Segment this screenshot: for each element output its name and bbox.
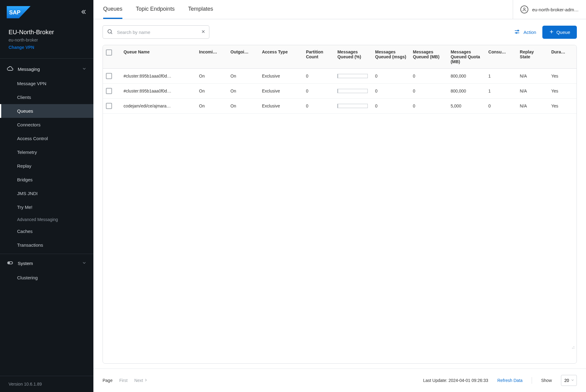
nav-system-label: System (18, 261, 33, 266)
col-messages-queued-pct[interactable]: Messages Queued (%) (334, 45, 372, 69)
tab-queues[interactable]: Queues (103, 0, 122, 19)
footer-right: Last Update: 2024-04-01 09:26:33 Refresh… (423, 375, 577, 386)
cell-outgoing: On (227, 84, 259, 99)
page-first[interactable]: First (119, 378, 128, 383)
table-row[interactable]: codejam/edi/ce/ajmara… On On Exclusive 0… (103, 99, 577, 114)
row-checkbox[interactable] (106, 88, 112, 94)
cell-replay-state: N/A (517, 99, 548, 114)
row-checkbox[interactable] (106, 73, 112, 79)
col-replay-state[interactable]: Replay State (517, 45, 548, 69)
table-row[interactable]: #cluster:895b1aaa0f0d… On On Exclusive 0… (103, 69, 577, 84)
page-next-label: Next (134, 378, 143, 383)
sidebar-item-queues[interactable]: Queues (0, 104, 93, 118)
clear-icon[interactable] (201, 29, 206, 35)
col-partition-count[interactable]: Partition Count (303, 45, 334, 69)
cell-outgoing: On (227, 99, 259, 114)
col-consumers[interactable]: Consu… (485, 45, 517, 69)
cell-access-type: Exclusive (259, 84, 303, 99)
broker-vpn-name: eu-north-broker (9, 38, 85, 42)
tab-topic-endpoints[interactable]: Topic Endpoints (136, 0, 175, 19)
svg-point-3 (9, 262, 10, 263)
nav-group-messaging[interactable]: Messaging (0, 62, 93, 77)
col-messages-queued-mb[interactable]: Messages Queued (MB) (410, 45, 448, 69)
col-messages-queued-quota-mb[interactable]: Messages Queued Quota (MB) (447, 45, 485, 69)
show-label: Show (541, 378, 552, 383)
sidebar-item-bridges[interactable]: Bridges (0, 173, 93, 187)
footer: Page First Next Last Update: 2024-04-01 … (93, 368, 586, 392)
svg-point-4 (524, 8, 525, 9)
page-label: Page (103, 378, 113, 383)
sidebar-item-telemetry[interactable]: Telemetry (0, 145, 93, 159)
pagination: Page First Next (103, 378, 148, 383)
sidebar-item-jms-jndi[interactable]: JMS JNDI (0, 187, 93, 200)
sidebar-item-connectors[interactable]: Connectors (0, 118, 93, 132)
col-durable[interactable]: Dura… (548, 45, 577, 69)
col-outgoing[interactable]: Outgoi… (227, 45, 259, 69)
plus-icon (549, 29, 554, 35)
sidebar-item-replay[interactable]: Replay (0, 159, 93, 173)
col-messages-queued-msgs[interactable]: Messages Queued (msgs) (372, 45, 410, 69)
search-wrap (103, 25, 209, 39)
chevron-down-icon (82, 66, 87, 72)
sidebar-item-transactions[interactable]: Transactions (0, 238, 93, 252)
search-input[interactable] (103, 25, 209, 39)
queues-table: Queue Name Incomi… Outgoi… Access Type P… (103, 45, 577, 114)
user-icon (520, 5, 528, 13)
cell-queued-msgs: 0 (372, 99, 410, 114)
divider (532, 377, 532, 384)
broker-title: EU-North-Broker (9, 29, 85, 36)
cell-access-type: Exclusive (259, 69, 303, 84)
sliders-icon (514, 28, 520, 36)
col-incoming[interactable]: Incomi… (196, 45, 227, 69)
cell-queued-pct (334, 69, 372, 84)
page-next[interactable]: Next (134, 378, 148, 383)
show-select-wrap: 20 (561, 375, 577, 386)
sidebar-item-try-me[interactable]: Try Me! (0, 200, 93, 214)
topbar: Queues Topic Endpoints Templates eu-nort… (93, 0, 586, 19)
cell-quota-mb: 800,000 (447, 84, 485, 99)
change-vpn-link[interactable]: Change VPN (9, 45, 85, 50)
cell-queued-msgs: 0 (372, 84, 410, 99)
action-button[interactable]: Action (514, 28, 536, 36)
nav-group-system[interactable]: System (0, 256, 93, 271)
sidebar: SAP EU-North-Broker eu-north-broker Chan… (0, 0, 93, 392)
svg-point-8 (572, 348, 573, 348)
sidebar-item-access-control[interactable]: Access Control (0, 132, 93, 145)
action-label: Action (523, 30, 536, 35)
table-row[interactable]: #cluster:895b1aaa0f0d… On On Exclusive 0… (103, 84, 577, 99)
col-queue-name[interactable]: Queue Name (121, 45, 196, 69)
cell-consumers: 1 (485, 84, 517, 99)
tab-templates[interactable]: Templates (188, 0, 213, 19)
sidebar-item-clustering[interactable]: Clustering (0, 271, 93, 285)
pct-bar (337, 74, 368, 78)
system-icon (7, 260, 13, 267)
col-access-type[interactable]: Access Type (259, 45, 303, 69)
user-name: eu-north-broker-adm… (532, 7, 579, 12)
cell-consumers: 1 (485, 69, 517, 84)
create-queue-button[interactable]: Queue (542, 26, 577, 39)
tabs: Queues Topic Endpoints Templates (93, 0, 213, 19)
cell-partition-count: 0 (303, 84, 334, 99)
toolbar-right: Action Queue (514, 26, 577, 39)
resize-handle-icon[interactable] (571, 345, 575, 350)
sidebar-item-message-vpn[interactable]: Message VPN (0, 77, 93, 90)
refresh-data-link[interactable]: Refresh Data (497, 378, 522, 383)
cell-queued-mb: 0 (410, 99, 448, 114)
sidebar-collapse-icon[interactable] (79, 8, 87, 16)
cell-queue-name: #cluster:895b1aaa0f0d… (121, 84, 196, 99)
cell-access-type: Exclusive (259, 99, 303, 114)
main-content: Queues Topic Endpoints Templates eu-nort… (93, 0, 586, 392)
row-checkbox[interactable] (106, 103, 112, 109)
cell-queued-pct (334, 84, 372, 99)
table-card: Queue Name Incomi… Outgoi… Access Type P… (103, 45, 577, 364)
select-all-checkbox[interactable] (106, 49, 112, 56)
version-label: Version 10.6.1.89 (0, 376, 93, 392)
sidebar-item-clients[interactable]: Clients (0, 90, 93, 104)
show-select[interactable]: 20 (561, 375, 577, 386)
sidebar-item-caches[interactable]: Caches (0, 224, 93, 238)
cell-quota-mb: 800,000 (447, 69, 485, 84)
svg-point-9 (573, 348, 574, 348)
user-menu[interactable]: eu-north-broker-adm… (513, 0, 586, 19)
nav-messaging-section: Messaging Message VPN Clients Queues Con… (0, 59, 93, 252)
last-update: Last Update: 2024-04-01 09:26:33 (423, 378, 488, 383)
